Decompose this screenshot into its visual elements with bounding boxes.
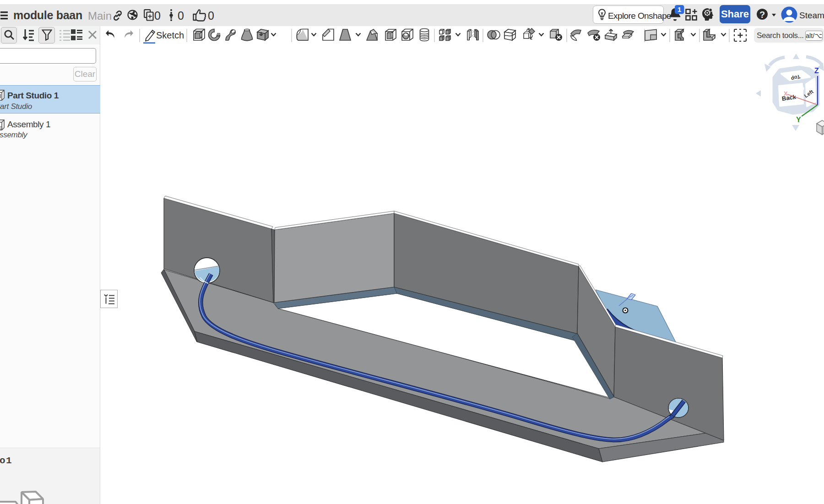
- svg-text:Z: Z: [814, 67, 819, 75]
- svg-text:X: X: [784, 90, 788, 97]
- svg-text:?: ?: [759, 10, 765, 20]
- svg-text:1: 1: [678, 5, 681, 13]
- svg-text:Y: Y: [796, 116, 801, 124]
